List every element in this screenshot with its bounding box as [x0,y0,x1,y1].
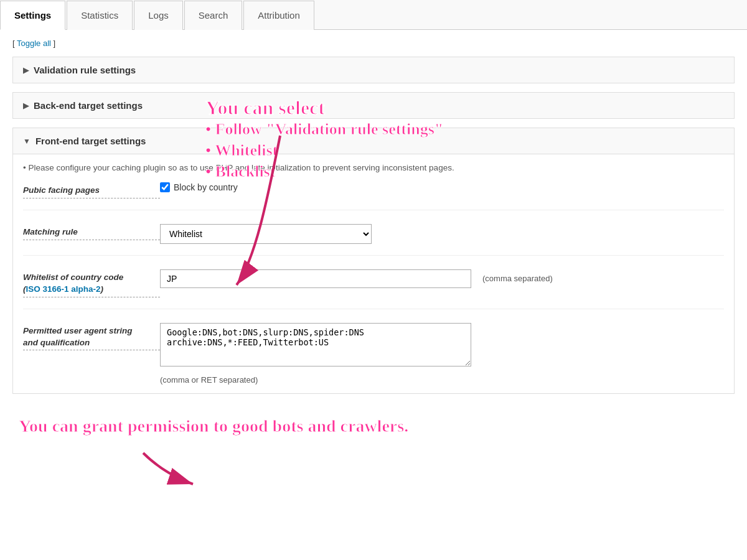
iso-link[interactable]: ISO 3166-1 alpha-2 [26,284,101,294]
tab-logs[interactable]: Logs [134,1,183,30]
frontend-arrow-icon: ▼ [23,137,31,146]
whitelist-country-input[interactable] [160,269,471,288]
permitted-agent-label: Permitted user agent string and qualific… [23,323,160,351]
settings-content: [ Toggle all ] ▶ Validation rule setting… [0,30,747,421]
tab-statistics[interactable]: Statistics [67,1,133,30]
backend-header[interactable]: ▶ Back-end target settings [13,93,734,118]
public-facing-label: Pubic facing pages [23,182,160,198]
toggle-all-link[interactable]: Toggle all [17,39,51,48]
annotation-grant: You can grant permission to good bots an… [19,416,408,437]
toggle-all-container: [ Toggle all ] [12,39,735,48]
permitted-agent-control: Google:DNS,bot:DNS,slurp:DNS,spider:DNS … [160,323,724,385]
tab-bar: Settings Statistics Logs Search Attribut… [0,0,747,30]
annotation-grant-arrow [19,434,268,509]
permitted-agent-hint: (comma or RET separated) [160,375,258,385]
validation-header[interactable]: ▶ Validation rule settings [13,57,734,83]
whitelist-country-hint: (comma separated) [482,274,553,283]
whitelist-country-row: Whitelist of country code (ISO 3166-1 al… [23,269,724,309]
tab-settings[interactable]: Settings [0,1,65,30]
tab-search[interactable]: Search [184,1,243,30]
whitelist-country-label: Whitelist of country code (ISO 3166-1 al… [23,269,160,297]
matching-rule-row: Matching rule Follow Validation rule set… [23,224,724,256]
frontend-header[interactable]: ▼ Front-end target settings [13,128,734,154]
tab-attribution[interactable]: Attribution [243,1,314,30]
matching-rule-label: Matching rule [23,224,160,240]
validation-panel: ▶ Validation rule settings [12,57,735,83]
block-by-country-label: Block by country [160,182,238,192]
public-facing-control: Block by country [160,182,724,192]
backend-panel: ▶ Back-end target settings [12,92,735,119]
matching-rule-control: Follow Validation rule settings Whitelis… [160,224,724,244]
backend-arrow-icon: ▶ [23,101,29,110]
frontend-panel: ▼ Front-end target settings Please confi… [12,128,735,394]
public-facing-row: Pubic facing pages Block by country [23,182,724,210]
backend-title: Back-end target settings [34,100,143,111]
frontend-title: Front-end target settings [35,136,146,146]
block-by-country-checkbox[interactable] [160,182,170,192]
permitted-agent-row: Permitted user agent string and qualific… [23,323,724,385]
frontend-body: Please configure your caching plugin so … [13,154,734,393]
frontend-notice: Please configure your caching plugin so … [23,163,724,172]
annotation-grant-title: You can grant permission to good bots an… [19,416,408,437]
validation-arrow-icon: ▶ [23,66,29,75]
matching-rule-select[interactable]: Follow Validation rule settings Whitelis… [160,224,372,244]
validation-title: Validation rule settings [34,65,136,75]
permitted-agent-textarea[interactable]: Google:DNS,bot:DNS,slurp:DNS,spider:DNS … [160,323,471,366]
whitelist-country-control: (comma separated) [160,269,724,288]
block-by-country-text: Block by country [174,182,238,192]
